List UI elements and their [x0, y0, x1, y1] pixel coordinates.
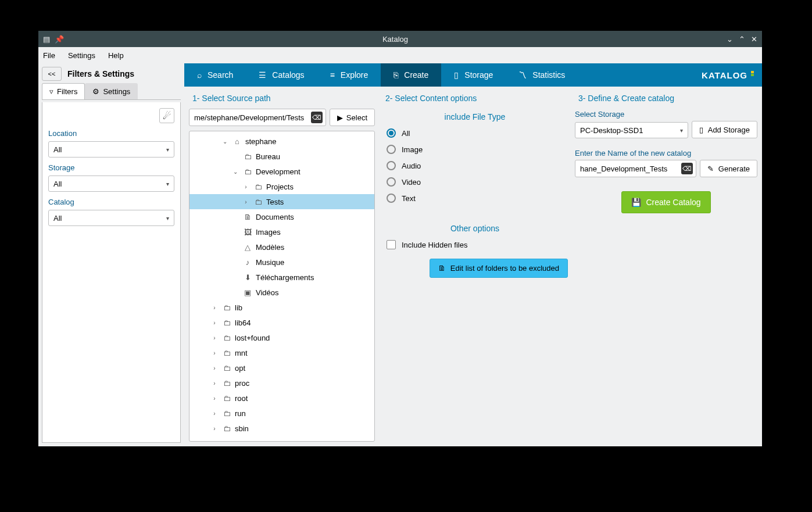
menu-help[interactable]: Help — [108, 51, 124, 60]
tree-row[interactable]: ›🗀lib64 — [189, 315, 374, 330]
create-icon: ⎘ — [394, 70, 398, 80]
tree-row[interactable]: ›🗀lib — [189, 300, 374, 315]
include-hidden-checkbox[interactable] — [387, 240, 396, 249]
tab-catalogs[interactable]: ☰Catalogs — [246, 63, 317, 87]
tree-row[interactable]: ›🗀lost+found — [189, 330, 374, 345]
tree-row[interactable]: ▣Vidéos — [189, 285, 374, 300]
include-hidden-row[interactable]: Include Hidden files — [382, 237, 568, 253]
generate-name-button[interactable]: ✎Generate — [700, 160, 757, 177]
close-button[interactable]: ✕ — [751, 35, 757, 44]
expand-icon[interactable]: › — [210, 335, 219, 341]
tab-settings[interactable]: ⚙ Settings — [85, 83, 138, 99]
storage-dropdown[interactable]: All▾ — [48, 176, 174, 192]
tab-filters[interactable]: ▿ Filters — [42, 83, 85, 99]
tab-storage[interactable]: ▯Storage — [441, 63, 506, 87]
filetype-option[interactable]: All — [382, 125, 568, 141]
tree-row[interactable]: ›🗀run — [189, 406, 374, 421]
tree-row[interactable]: ›🗀proc — [189, 375, 374, 391]
folder-tree[interactable]: ⌄⌂stephane🗀Bureau⌄🗀Development›🗀Projects… — [189, 131, 375, 442]
tree-row[interactable]: ⌄⌂stephane — [189, 134, 374, 149]
minimize-button[interactable]: ⌄ — [727, 35, 733, 44]
tree-row[interactable]: ⬇Téléchargements — [189, 270, 374, 285]
tree-row[interactable]: 🖼Images — [189, 224, 374, 239]
source-path-input[interactable] — [189, 109, 326, 126]
expand-icon[interactable]: › — [210, 320, 219, 326]
reset-filters-button[interactable]: ☄ — [159, 108, 174, 123]
tree-row[interactable]: ›🗀root — [189, 391, 374, 406]
storage-select[interactable]: PC-Desktop-SSD1▾ — [575, 122, 688, 138]
filetype-label: Text — [402, 194, 416, 203]
select-path-button[interactable]: ▶Select — [330, 109, 375, 126]
main-area: ⌕Search ☰Catalogs ≡Explore ⎘Create ▯Stor… — [184, 63, 762, 446]
collapse-sidebar-button[interactable]: << — [42, 67, 62, 81]
maximize-button[interactable]: ⌃ — [739, 35, 745, 44]
folder-icon: 🗀 — [222, 424, 231, 433]
tree-row[interactable]: ›🗀Projects — [189, 179, 374, 194]
tree-item-label: Development — [256, 167, 301, 176]
expand-icon[interactable]: › — [210, 380, 219, 386]
music-icon: ♪ — [243, 258, 252, 267]
home-icon: ⌂ — [232, 137, 242, 146]
location-dropdown[interactable]: All▾ — [48, 141, 174, 157]
tree-item-label: mnt — [235, 349, 248, 357]
filetype-option[interactable]: Text — [382, 190, 568, 206]
video-icon: ▣ — [243, 288, 252, 297]
expand-icon[interactable]: › — [242, 184, 250, 190]
tree-row[interactable]: 🗀Bureau — [189, 149, 374, 164]
radio-button[interactable] — [387, 177, 396, 187]
add-storage-button[interactable]: ▯Add Storage — [692, 121, 757, 138]
expand-icon[interactable]: › — [210, 305, 219, 311]
tree-row[interactable]: ›🗀Tests — [189, 194, 374, 209]
expand-icon[interactable]: › — [210, 410, 219, 417]
tree-row[interactable]: ♪Musique — [189, 255, 374, 270]
tree-row[interactable]: ⌄🗀Development — [189, 164, 374, 179]
expand-icon[interactable]: › — [210, 365, 219, 371]
create-catalog-button[interactable]: 💾Create Catalog — [621, 191, 710, 213]
location-label: Location — [48, 129, 174, 138]
catalog-name-label: Enter the Name of the new catalog — [575, 149, 757, 157]
filetype-option[interactable]: Audio — [382, 157, 568, 174]
expand-icon[interactable]: ⌄ — [221, 138, 229, 145]
radio-button[interactable] — [387, 128, 396, 138]
edit-icon: 🗎 — [438, 264, 446, 273]
device-icon: ▯ — [699, 126, 703, 134]
tree-row[interactable]: 🗎Documents — [189, 209, 374, 224]
expand-icon[interactable]: › — [210, 425, 219, 432]
catalog-label: Catalog — [48, 198, 174, 206]
device-icon: ▯ — [454, 70, 459, 80]
expand-icon[interactable]: › — [242, 199, 250, 205]
folder-icon: 🗀 — [222, 364, 231, 373]
expand-icon[interactable]: ⌄ — [231, 169, 239, 175]
catalog-dropdown[interactable]: All▾ — [48, 210, 174, 226]
filetype-option[interactable]: Video — [382, 174, 568, 190]
chart-icon: 〽 — [518, 70, 527, 80]
edit-excluded-folders-button[interactable]: 🗎Edit list of folders to be excluded — [430, 259, 568, 278]
folder-icon: 🗀 — [222, 394, 231, 403]
tab-search[interactable]: ⌕Search — [184, 63, 246, 87]
tab-create[interactable]: ⎘Create — [381, 63, 441, 87]
clear-name-button[interactable]: ⌫ — [681, 163, 693, 174]
tree-item-label: Documents — [256, 213, 294, 221]
filetype-label: Video — [402, 178, 421, 187]
tab-explore[interactable]: ≡Explore — [317, 63, 381, 87]
expand-icon[interactable]: › — [210, 395, 219, 402]
tree-row[interactable]: △Modèles — [189, 239, 374, 255]
chevron-down-icon: ▾ — [166, 181, 169, 187]
col2-heading: 2- Select Content options — [382, 91, 568, 109]
tree-row[interactable]: ›🗀opt — [189, 360, 374, 375]
tab-statistics[interactable]: 〽Statistics — [506, 63, 578, 87]
radio-button[interactable] — [387, 161, 396, 170]
pin-icon[interactable]: 📌 — [55, 35, 64, 44]
expand-icon[interactable]: › — [210, 350, 219, 356]
filetype-label: Audio — [402, 162, 421, 170]
menu-settings[interactable]: Settings — [68, 51, 95, 60]
radio-button[interactable] — [387, 145, 396, 154]
radio-button[interactable] — [387, 194, 396, 203]
catalog-name-input[interactable] — [575, 160, 696, 177]
column-create-catalog: 3- Define & Create catalog Select Storag… — [575, 91, 757, 442]
menu-file[interactable]: File — [43, 51, 55, 60]
filetype-option[interactable]: Image — [382, 141, 568, 157]
tree-row[interactable]: ›🗀mnt — [189, 345, 374, 360]
tree-row[interactable]: ›🗀sbin — [189, 421, 374, 436]
clear-path-button[interactable]: ⌫ — [311, 112, 323, 123]
